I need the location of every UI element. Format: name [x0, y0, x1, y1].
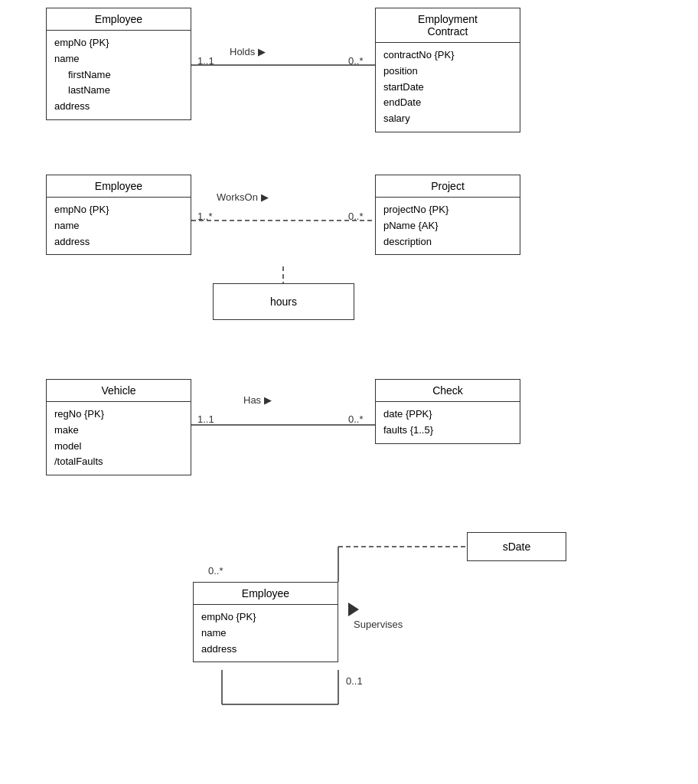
employee2-header: Employee [47, 175, 191, 198]
d1-mult1: 1..1 [197, 55, 214, 67]
attr: projectNo {PK} [383, 202, 512, 218]
project-box: Project projectNo {PK} pName {AK} descri… [375, 175, 520, 255]
attr: empNo {PK} [54, 35, 183, 51]
employment-contract-body: contractNo {PK} position startDate endDa… [376, 43, 520, 132]
vehicle-body: regNo {PK} make model /totalFaults [47, 402, 191, 475]
attr: make [54, 423, 183, 439]
attr: address [54, 234, 183, 250]
vehicle-box: Vehicle regNo {PK} make model /totalFaul… [46, 379, 191, 475]
svg-marker-9 [348, 603, 359, 616]
attr: address [54, 99, 183, 115]
check-box: Check date {PPK} faults {1..5} [375, 379, 520, 444]
employment-contract-header: EmploymentContract [376, 8, 520, 43]
employee3-body: empNo {PK} name address [194, 605, 338, 662]
employment-contract-box: EmploymentContract contractNo {PK} posit… [375, 8, 520, 132]
diagram-container: Employee empNo {PK} name firstName lastN… [0, 0, 698, 784]
holds-label: Holds ▶ [230, 46, 266, 57]
attr: lastName [54, 83, 183, 99]
d2-mult1: 1..* [197, 211, 213, 222]
d2-mult2: 0..* [348, 211, 364, 222]
employee3-box: Employee empNo {PK} name address [193, 582, 338, 662]
attr: name [54, 51, 183, 67]
hours-box: hours [213, 283, 354, 320]
attr: name [54, 218, 183, 234]
employee1-box: Employee empNo {PK} name firstName lastN… [46, 8, 191, 120]
vehicle-header: Vehicle [47, 380, 191, 402]
check-body: date {PPK} faults {1..5} [376, 402, 520, 443]
attr: firstName [54, 67, 183, 83]
attr: position [383, 64, 512, 80]
attr: address [201, 642, 330, 658]
attr: startDate [383, 80, 512, 96]
employee2-box: Employee empNo {PK} name address [46, 175, 191, 255]
employee1-body: empNo {PK} name firstName lastName addre… [47, 31, 191, 119]
d1-mult2: 0..* [348, 55, 364, 67]
sdate-box: sDate [467, 532, 566, 561]
hours-label: hours [270, 296, 297, 308]
d3-mult1: 1..1 [197, 413, 214, 425]
attr: empNo {PK} [201, 609, 330, 626]
attr: regNo {PK} [54, 407, 183, 423]
d4-mult2: 0..1 [346, 675, 363, 687]
sdate-label: sDate [503, 541, 531, 553]
check-header: Check [376, 380, 520, 402]
attr: model [54, 439, 183, 455]
project-header: Project [376, 175, 520, 198]
attr: faults {1..5} [383, 423, 512, 439]
project-body: projectNo {PK} pName {AK} description [376, 198, 520, 254]
attr: description [383, 234, 512, 250]
attr: pName {AK} [383, 218, 512, 234]
has-label: Has ▶ [243, 394, 272, 406]
attr: /totalFaults [54, 454, 183, 470]
attr: contractNo {PK} [383, 47, 512, 64]
attr: endDate [383, 95, 512, 111]
supervises-label: Supervises [354, 619, 403, 630]
attr: date {PPK} [383, 407, 512, 423]
employee2-body: empNo {PK} name address [47, 198, 191, 254]
d3-mult2: 0..* [348, 413, 364, 425]
employee1-header: Employee [47, 8, 191, 31]
d4-mult1: 0..* [208, 565, 223, 577]
attr: salary [383, 111, 512, 127]
attr: name [201, 626, 330, 642]
attr: empNo {PK} [54, 202, 183, 218]
workson-label: WorksOn ▶ [217, 191, 269, 203]
employee3-header: Employee [194, 583, 338, 605]
